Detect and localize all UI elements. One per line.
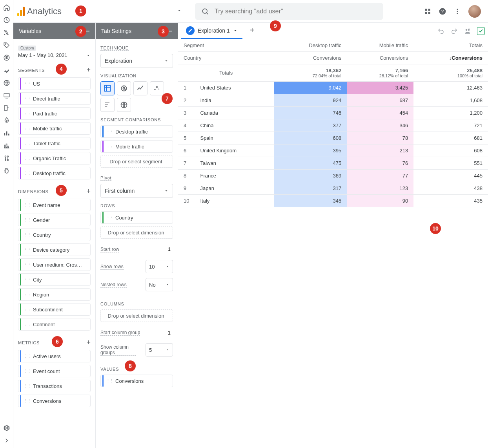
th-totals[interactable]: Totals [413, 39, 488, 52]
search-input[interactable] [214, 7, 377, 15]
dim-chip[interactable]: ⋮⋮User medium: Cros… [18, 258, 91, 271]
seg-chip[interactable]: ⋮⋮Organic Traffic [18, 152, 91, 165]
table-row[interactable]: 9 Japan 317 123 438 [178, 182, 488, 195]
property-dropdown-icon[interactable] [177, 8, 182, 14]
analysis-icon[interactable] [3, 142, 10, 149]
table-row[interactable]: 7 Taiwan 475 76 551 [178, 157, 488, 170]
redo-icon[interactable] [450, 27, 458, 35]
seg-chip[interactable]: ⋮⋮Tablet traffic [18, 137, 91, 150]
export-icon[interactable] [477, 27, 485, 35]
show-rows-select[interactable]: 10 [146, 260, 173, 273]
row-index: 10 [178, 195, 195, 207]
th-seg2[interactable]: Mobile traffic [347, 39, 413, 52]
monetization-icon[interactable] [3, 54, 10, 61]
add-segment-button[interactable]: + [86, 66, 91, 74]
show-col-select[interactable]: 5 [146, 343, 173, 357]
viz-geo-icon[interactable] [117, 98, 131, 112]
viz-table-icon[interactable] [100, 81, 115, 95]
dim-chip[interactable]: ⋮⋮City [18, 273, 91, 286]
add-dimension-button[interactable]: + [86, 187, 91, 196]
dim-chip[interactable]: ⋮⋮Region [18, 288, 91, 301]
pivot-select[interactable]: First column [100, 184, 173, 198]
th-seg1[interactable]: Desktop traffic [274, 39, 347, 52]
th-sort[interactable]: ↓Conversions [413, 52, 488, 64]
row-country: United States [195, 82, 274, 94]
more-icon[interactable] [453, 7, 461, 15]
met-chip[interactable]: ⋮⋮Conversions [18, 395, 91, 407]
met-chip[interactable]: ⋮⋮Conversions [100, 375, 173, 387]
svg-point-38 [468, 29, 470, 31]
table-row[interactable]: 3 Canada 746 454 1,200 [178, 107, 488, 119]
seg-chip[interactable]: ⋮⋮US [18, 77, 91, 90]
dim-chip[interactable]: ⋮⋮Country [100, 211, 173, 224]
conversions-icon[interactable] [3, 117, 10, 124]
share-icon[interactable] [464, 27, 472, 35]
drop-segment-zone[interactable]: Drop or select segment [100, 155, 173, 168]
debug-icon[interactable] [3, 167, 10, 174]
viz-bar-icon[interactable] [100, 98, 115, 112]
dim-chip[interactable]: ⋮⋮Subcontinent [18, 303, 91, 316]
user-avatar[interactable] [468, 5, 481, 18]
tech-icon[interactable] [3, 92, 10, 99]
realtime-icon[interactable] [3, 16, 10, 24]
dim-chip[interactable]: ⋮⋮Event name [18, 199, 91, 211]
th-metric-2[interactable]: Conversions [347, 52, 413, 64]
tab-name: Exploration 1 [198, 27, 230, 34]
drop-row-dimension-zone[interactable]: Drop or select dimension [100, 226, 173, 239]
chip-label: Organic Traffic [33, 155, 66, 161]
met-chip[interactable]: ⋮⋮Transactions [18, 380, 91, 392]
dim-chip[interactable]: ⋮⋮Continent [18, 318, 91, 331]
table-row[interactable]: 6 United Kingdom 395 213 608 [178, 144, 488, 157]
app-logo[interactable]: Analytics [17, 6, 62, 16]
seg-chip[interactable]: ⋮⋮Desktop traffic [18, 167, 91, 179]
explore-icon[interactable] [3, 130, 10, 137]
home-icon[interactable] [3, 4, 10, 11]
seg-chip[interactable]: ⋮⋮Paid traffic [18, 107, 91, 120]
help-icon[interactable]: ? [439, 7, 446, 15]
tag-icon[interactable] [3, 42, 10, 49]
met-chip[interactable]: ⋮⋮Event count [18, 365, 91, 377]
row-v2: 90 [347, 195, 413, 207]
search-box[interactable] [195, 3, 383, 20]
nested-rows-select[interactable]: No [146, 278, 173, 291]
lifecycle-icon[interactable] [3, 29, 10, 36]
viz-donut-icon[interactable] [117, 81, 131, 95]
events-icon[interactable] [3, 104, 10, 112]
table-row[interactable]: 2 India 924 687 1,608 [178, 94, 488, 107]
retention-icon[interactable] [3, 67, 10, 74]
dim-chip[interactable]: ⋮⋮Gender [18, 214, 91, 226]
technique-select[interactable]: Exploration [100, 54, 173, 68]
dim-chip[interactable]: ⋮⋮Country [18, 229, 91, 241]
table-row[interactable]: 10 Italy 345 90 435 [178, 195, 488, 207]
configure-icon[interactable] [3, 155, 10, 162]
table-row[interactable]: 4 China 377 346 721 [178, 119, 488, 132]
date-range-picker[interactable]: Custom May 1 - May 10, 2021 [18, 45, 91, 58]
undo-icon[interactable] [437, 27, 445, 35]
seg-chip[interactable]: ⋮⋮Mobile traffic [18, 122, 91, 135]
met-chip[interactable]: ⋮⋮Active users [18, 350, 91, 362]
seg-chip[interactable]: ⋮⋮Mobile traffic [100, 140, 173, 153]
seg-chip[interactable]: ⋮⋮Desktop traffic [100, 125, 173, 138]
apps-icon[interactable] [424, 7, 432, 15]
collapse-icon[interactable] [3, 437, 10, 444]
start-row-input[interactable] [146, 243, 173, 255]
drop-col-dimension-zone[interactable]: Drop or select dimension [100, 309, 173, 322]
th-metric-1[interactable]: Conversions [274, 52, 347, 64]
viz-scatter-icon[interactable] [150, 81, 164, 95]
demographics-icon[interactable] [3, 79, 10, 86]
add-metric-button[interactable]: + [86, 338, 91, 347]
drag-grip-icon: ⋮⋮ [106, 379, 113, 384]
dim-chip[interactable]: ⋮⋮Device category [18, 243, 91, 256]
tab-exploration-1[interactable]: Exploration 1 [181, 23, 242, 39]
drag-grip-icon: ⋮⋮ [24, 96, 31, 101]
th-country[interactable]: Country [178, 52, 274, 64]
table-row[interactable]: 5 Spain 608 78 681 [178, 132, 488, 144]
start-col-input[interactable] [146, 327, 173, 338]
viz-line-icon[interactable] [133, 81, 147, 95]
admin-icon[interactable] [3, 424, 10, 432]
add-tab-button[interactable]: + [244, 26, 260, 36]
svg-rect-13 [8, 146, 9, 148]
table-row[interactable]: 8 France 369 77 445 [178, 170, 488, 182]
table-row[interactable]: 1 United States 9,042 3,425 12,463 [178, 82, 488, 94]
seg-chip[interactable]: ⋮⋮Direct traffic [18, 92, 91, 105]
